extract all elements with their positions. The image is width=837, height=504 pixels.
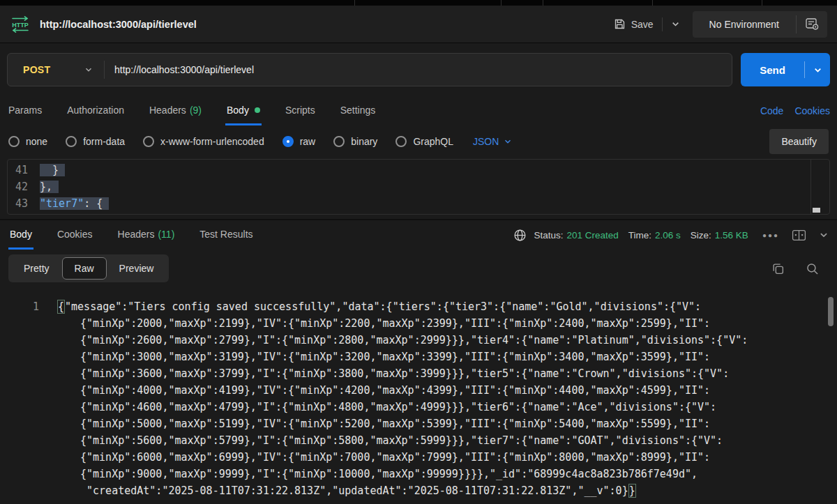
headers-count-badge: (9) xyxy=(190,105,202,116)
send-options-chevron-icon[interactable] xyxy=(805,66,830,75)
response-tab-body[interactable]: Body xyxy=(8,220,33,250)
tab-label: Settings xyxy=(340,105,376,116)
response-line: {"minXp":6000,"maxXp":6999},"IV":{"minXp… xyxy=(57,449,820,466)
body-modified-dot xyxy=(255,107,260,113)
url-input[interactable] xyxy=(114,64,732,75)
save-options-chevron-icon[interactable] xyxy=(671,20,680,29)
response-text: {"minXp":6000,"maxXp":6999},"IV":{"minXp… xyxy=(80,451,710,464)
response-line: {"minXp":4600,"maxXp":4799},"I":{"minXp"… xyxy=(57,399,820,415)
line-number: 42 xyxy=(8,178,40,195)
cookies-link[interactable]: Cookies xyxy=(794,105,830,116)
body-mode-none[interactable]: none xyxy=(8,136,47,147)
environment-group: No Environment xyxy=(693,11,827,38)
tab-divider xyxy=(354,0,355,6)
divider xyxy=(104,61,105,79)
response-line: {"minXp":5600,"maxXp":5799},"I":{"minXp"… xyxy=(57,432,820,449)
response-line: {"minXp":5000,"maxXp":5199},"IV":{"minXp… xyxy=(57,415,820,432)
copy-icon[interactable] xyxy=(771,262,785,275)
request-url-row: POST Send xyxy=(0,43,837,96)
method-label: POST xyxy=(23,64,50,75)
response-scrollbar-thumb[interactable] xyxy=(828,297,834,326)
selected-text: }, xyxy=(40,181,59,193)
response-panel: Body Cookies Headers (11) Test Results S… xyxy=(0,219,837,499)
body-mode-row: none form-data x-www-form-urlencoded raw… xyxy=(0,125,837,158)
response-line: {"minXp":3600,"maxXp":3799},"I":{"minXp"… xyxy=(57,365,820,382)
method-selector[interactable]: POST xyxy=(8,64,104,75)
save-icon xyxy=(614,18,626,30)
response-line: {"minXp":2000,"maxXp":2199},"IV":{"minXp… xyxy=(57,315,820,332)
request-header-bar: HTTP http://localhost:3000/api/tierlevel… xyxy=(0,6,837,43)
mode-label: raw xyxy=(300,136,316,147)
editor-scrollbar[interactable] xyxy=(810,160,821,214)
response-text: {"minXp":3600,"maxXp":3799},"I":{"minXp"… xyxy=(80,367,729,380)
network-globe-icon[interactable] xyxy=(513,229,527,242)
search-icon[interactable] xyxy=(806,262,819,275)
mode-label: binary xyxy=(351,136,377,147)
body-mode-graphql[interactable]: GraphQL xyxy=(395,136,453,147)
response-text: {"minXp":2000,"maxXp":2199},"IV":{"minXp… xyxy=(80,317,710,330)
headers-count-badge: (11) xyxy=(158,229,174,240)
view-raw[interactable]: Raw xyxy=(62,257,107,280)
size-value: 1.56 KB xyxy=(715,230,748,240)
http-request-icon: HTTP xyxy=(10,15,31,33)
response-tab-headers[interactable]: Headers (11) xyxy=(116,220,176,250)
radio-icon xyxy=(66,136,77,147)
tab-settings[interactable]: Settings xyxy=(339,96,377,125)
tab-authorization[interactable]: Authorization xyxy=(66,96,126,125)
tab-divider xyxy=(543,0,543,6)
size-label: Size: xyxy=(691,230,711,240)
language-selector[interactable]: JSON xyxy=(473,136,512,147)
body-mode-form-data[interactable]: form-data xyxy=(66,136,125,147)
request-title: http://localhost:3000/api/tierlevel xyxy=(40,19,197,30)
response-tab-test-results[interactable]: Test Results xyxy=(198,220,254,250)
response-text: {"minXp":4600,"maxXp":4799},"I":{"minXp"… xyxy=(80,401,716,413)
more-actions-icon[interactable]: ●●● xyxy=(762,231,779,239)
body-mode-raw[interactable]: raw xyxy=(282,136,316,147)
save-label: Save xyxy=(631,19,654,30)
request-body-editor[interactable]: 41 } 42 }, 43 "tier7": { xyxy=(7,159,830,215)
beautify-button[interactable]: Beautify xyxy=(769,129,829,154)
response-text: {"minXp":5000,"maxXp":5199},"IV":{"minXp… xyxy=(80,418,710,430)
view-pretty[interactable]: Pretty xyxy=(11,257,62,280)
window-tab-strip xyxy=(0,0,837,6)
divider xyxy=(662,17,663,31)
body-mode-binary[interactable]: binary xyxy=(333,136,377,147)
tab-label: Cookies xyxy=(57,229,93,240)
save-button[interactable]: Save xyxy=(614,18,654,30)
response-text: {"minXp":2600,"maxXp":2799},"I":{"minXp"… xyxy=(80,334,748,346)
tab-divider xyxy=(762,0,762,6)
response-body[interactable]: 1 {"message":"Tiers config saved success… xyxy=(0,289,837,499)
send-button[interactable]: Send xyxy=(741,53,830,86)
line-number: 41 xyxy=(8,162,40,178)
time-value: 2.06 s xyxy=(655,230,681,240)
matched-bracket: { xyxy=(57,300,65,314)
tab-label: Test Results xyxy=(199,229,252,240)
tab-body[interactable]: Body xyxy=(225,96,262,125)
body-mode-x-www-form-urlencoded[interactable]: x-www-form-urlencoded xyxy=(143,136,264,147)
radio-icon xyxy=(395,136,407,147)
tab-label: Scripts xyxy=(285,105,315,116)
response-line: {"minXp":3000,"maxXp":3199},"IV":{"minXp… xyxy=(57,349,820,365)
tab-scripts[interactable]: Scripts xyxy=(284,96,317,125)
json-key: "tier7" xyxy=(40,197,84,210)
response-text: {"minXp":3000,"maxXp":3199},"IV":{"minXp… xyxy=(80,351,710,363)
send-label: Send xyxy=(741,64,804,76)
response-line-number: 1 xyxy=(0,298,39,315)
radio-icon xyxy=(333,136,345,147)
response-text: {"minXp":5600,"maxXp":5799},"I":{"minXp"… xyxy=(80,434,723,447)
code-link[interactable]: Code xyxy=(760,105,783,116)
response-text: {"minXp":9000,"maxXp":9999},"I":{"minXp"… xyxy=(80,468,698,480)
chevron-down-icon xyxy=(504,137,512,146)
view-preview[interactable]: Preview xyxy=(107,257,167,280)
editor-line: 43 "tier7": { xyxy=(8,195,829,212)
tab-divider xyxy=(501,0,502,6)
status-label: Status: xyxy=(534,230,563,240)
collapse-response-chevron-icon[interactable] xyxy=(819,230,829,240)
tab-headers[interactable]: Headers (9) xyxy=(148,96,203,125)
tab-params[interactable]: Params xyxy=(7,96,43,125)
layout-panes-icon[interactable] xyxy=(792,229,806,241)
editor-scrollbar-thumb[interactable] xyxy=(813,208,820,213)
response-tab-cookies[interactable]: Cookies xyxy=(56,220,94,250)
environment-selector[interactable]: No Environment xyxy=(693,11,796,38)
environment-quick-look-button[interactable] xyxy=(797,11,827,38)
